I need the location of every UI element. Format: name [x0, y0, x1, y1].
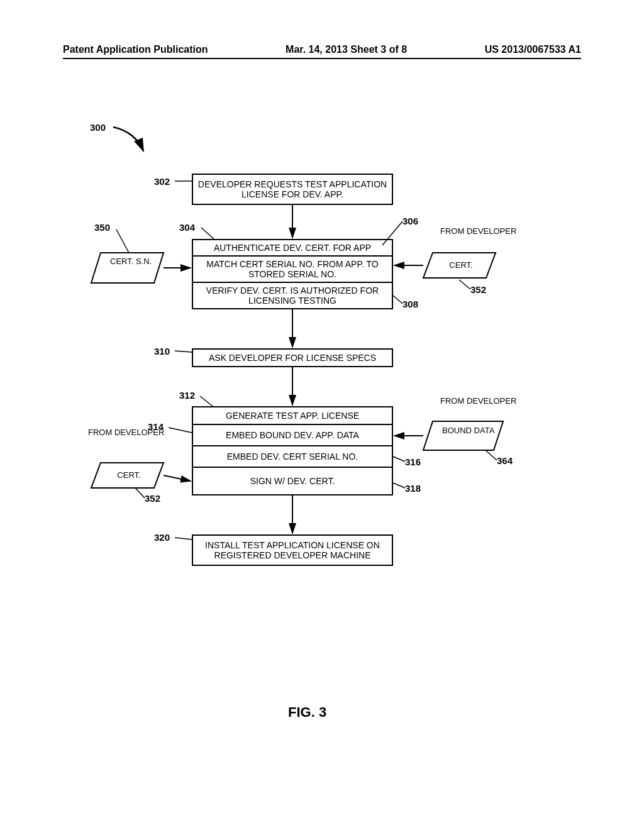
ref-312: 312: [179, 390, 195, 401]
box-306: MATCH CERT SERIAL NO. FROM APP. TO STORE…: [192, 255, 393, 283]
ref-310: 310: [154, 346, 170, 357]
ref-350: 350: [94, 222, 110, 233]
para-352b-text: CERT.: [110, 470, 148, 480]
svg-line-4: [393, 296, 402, 304]
flowchart: 300 302 DEVELOPER REQUESTS TEST APPLICAT…: [0, 88, 644, 717]
para-350-text: CERT. S.N.: [110, 257, 148, 266]
svg-line-16: [393, 483, 405, 488]
annot-fromdev-2: FROM DEVELOPER: [440, 396, 503, 406]
box-316: EMBED DEV. CERT SERIAL NO.: [192, 445, 393, 468]
svg-line-18: [486, 450, 497, 460]
ref-320: 320: [154, 532, 170, 543]
ref-316: 316: [405, 456, 421, 467]
figure-caption: FIG. 3: [288, 704, 326, 721]
ref-352b: 352: [145, 493, 160, 504]
box-312: GENERATE TEST APP. LICENSE: [192, 406, 393, 425]
svg-line-14: [169, 428, 192, 433]
box-310: ASK DEVELOPER FOR LICENSE SPECS: [192, 348, 393, 367]
ref-352a: 352: [470, 284, 486, 295]
svg-line-15: [393, 456, 405, 462]
ref-304: 304: [179, 222, 195, 233]
svg-line-19: [164, 475, 191, 481]
svg-line-1: [116, 230, 129, 253]
para-352a-text: CERT.: [442, 260, 480, 270]
box-314: EMBED BOUND DEV. APP. DATA: [192, 424, 393, 446]
annot-fromdev-3: FROM DEVELOPER: [88, 428, 151, 438]
header-left: Patent Application Publication: [63, 44, 208, 55]
box-318: SIGN W/ DEV. CERT.: [192, 467, 393, 495]
ref-302: 302: [154, 176, 170, 187]
svg-line-13: [200, 396, 213, 406]
svg-line-5: [459, 280, 470, 289]
ref-308: 308: [402, 299, 418, 309]
box-304: AUTHENTICATE DEV. CERT. FOR APP: [192, 239, 393, 257]
page-header: Patent Application Publication Mar. 14, …: [63, 44, 581, 59]
header-center: Mar. 14, 2013 Sheet 3 of 8: [286, 44, 407, 55]
box-308: VERIFY DEV. CERT. IS AUTHORIZED FOR LICE…: [192, 282, 393, 309]
box-320: INSTALL TEST APPLICATION LICENSE ON REGI…: [192, 534, 393, 566]
annot-fromdev-1: FROM DEVELOPER: [440, 226, 503, 236]
ref-318: 318: [405, 483, 421, 494]
para-364-text: BOUND DATA: [442, 426, 486, 435]
svg-line-21: [175, 538, 192, 540]
box-302: DEVELOPER REQUESTS TEST APPLICATION LICE…: [192, 174, 393, 205]
svg-line-12: [175, 351, 192, 352]
ref-364: 364: [497, 455, 513, 466]
svg-line-2: [201, 228, 214, 239]
svg-line-20: [135, 488, 145, 498]
ref-300: 300: [90, 122, 106, 133]
header-right: US 2013/0067533 A1: [485, 44, 581, 55]
ref-306: 306: [402, 216, 418, 226]
